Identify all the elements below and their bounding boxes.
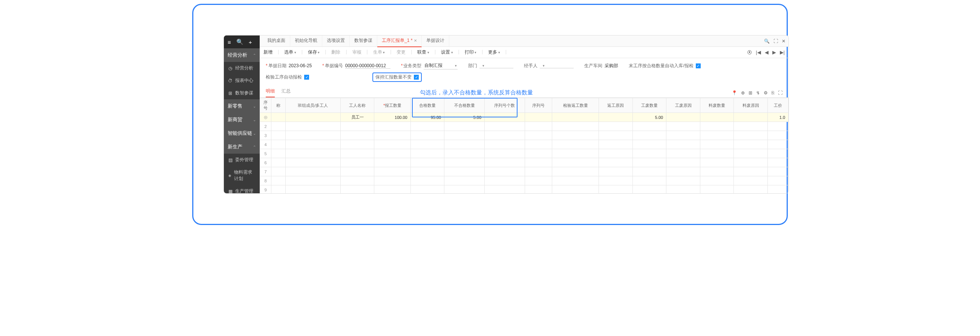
toolbar-btn-更多[interactable]: 更多 bbox=[488, 49, 500, 56]
toolbar-btn-新增[interactable]: 新增 bbox=[264, 49, 272, 56]
toolbar-btn-联查[interactable]: 联查 bbox=[417, 49, 429, 56]
field-doc-date[interactable]: 单据日期 2023-06-25 bbox=[266, 63, 312, 69]
cell[interactable] bbox=[525, 113, 552, 122]
menu-icon[interactable]: ≡ bbox=[228, 39, 231, 45]
col-header-10[interactable]: 返工原因 bbox=[599, 98, 633, 113]
refresh-icon[interactable]: ↯ bbox=[756, 90, 760, 96]
cell[interactable] bbox=[485, 113, 525, 122]
col-header-2[interactable]: 班组成员/多工人 bbox=[285, 98, 340, 113]
detail-table[interactable]: 序号称班组成员/多工人工人名称*报工数量合格数量不合格数量序列号个数序列号检验返… bbox=[260, 98, 789, 193]
select-handler[interactable] bbox=[540, 63, 574, 68]
field-biz-type[interactable]: 业务类型 自制汇报 bbox=[401, 62, 458, 69]
pin-icon[interactable]: 📍 bbox=[732, 90, 737, 96]
sidebar-item-经营分析[interactable]: ◷经营分析 bbox=[224, 62, 260, 74]
first-record-icon[interactable]: |◀ bbox=[756, 50, 760, 55]
next-record-icon[interactable]: ▶ bbox=[772, 50, 776, 55]
col-header-7[interactable]: 序列号个数 bbox=[485, 98, 525, 113]
field-auto-in[interactable]: 末工序按合格数量自动入库/报检 ✓ bbox=[629, 63, 700, 69]
cell[interactable] bbox=[599, 113, 633, 122]
cell[interactable] bbox=[734, 113, 768, 122]
sidebar-section-新商贸[interactable]: 新商贸⌄ bbox=[224, 113, 260, 126]
col-header-15[interactable]: 工价 bbox=[767, 98, 788, 113]
table-row-empty[interactable]: 2 bbox=[260, 122, 789, 131]
table-row-empty[interactable]: 9 bbox=[260, 186, 789, 194]
cell[interactable] bbox=[285, 113, 340, 122]
col-header-13[interactable]: 料废数量 bbox=[700, 98, 734, 113]
subtab-汇总[interactable]: 汇总 bbox=[282, 88, 291, 98]
tab-close-icon[interactable]: ✕ bbox=[782, 38, 786, 44]
col-header-6[interactable]: 不合格数量 bbox=[444, 98, 485, 113]
col-header-4[interactable]: *报工数量 bbox=[374, 98, 410, 113]
cell[interactable]: 100.00 bbox=[374, 113, 410, 122]
cell[interactable]: 1.0 bbox=[767, 113, 788, 122]
subtab-明细[interactable]: 明细 bbox=[266, 88, 275, 98]
grid-icon[interactable]: ⊞ bbox=[749, 90, 752, 96]
cell[interactable] bbox=[667, 113, 700, 122]
expand-icon[interactable]: ⛶ bbox=[778, 90, 783, 96]
tab-工序汇报单_1 *[interactable]: 工序汇报单_1 *✕ bbox=[377, 35, 422, 47]
field-workshop[interactable]: 生产车间 采购部 bbox=[584, 63, 618, 69]
col-header-11[interactable]: 工废数量 bbox=[633, 98, 667, 113]
field-handler[interactable]: 经手人 bbox=[524, 63, 574, 69]
col-header-1[interactable]: 称 bbox=[271, 98, 286, 113]
checkbox-keep-qty[interactable]: ✓ bbox=[414, 75, 419, 80]
table-row[interactable]: ◎员工一100.0095.005.005.001.0 bbox=[260, 113, 789, 122]
sidebar-item-报表中心[interactable]: ⏱报表中心 bbox=[224, 74, 260, 87]
field-doc-no[interactable]: 单据编号 00000-000000-0012 bbox=[322, 63, 390, 69]
add-icon[interactable]: + bbox=[249, 39, 252, 45]
tab-单据设计[interactable]: 单据设计 bbox=[422, 35, 449, 47]
toolbar-btn-选单[interactable]: 选单 bbox=[284, 49, 296, 56]
cell[interactable]: 员工一 bbox=[340, 113, 374, 122]
prev-record-icon[interactable]: ◀ bbox=[765, 50, 768, 55]
add-row-icon[interactable]: ⊕ bbox=[741, 90, 745, 96]
toolbar-btn-打印[interactable]: 打印 bbox=[465, 49, 477, 56]
search-icon[interactable]: 🔍 bbox=[236, 38, 243, 45]
cell[interactable] bbox=[700, 113, 734, 122]
col-header-5[interactable]: 合格数量 bbox=[410, 98, 444, 113]
tab-我的桌面[interactable]: 我的桌面 bbox=[263, 35, 290, 47]
last-record-icon[interactable]: ▶| bbox=[780, 50, 785, 55]
sidebar-section-智能供应链[interactable]: 智能供应链⌄ bbox=[224, 126, 260, 140]
table-row-empty[interactable]: 4 bbox=[260, 140, 789, 149]
col-header-14[interactable]: 料废原因 bbox=[734, 98, 768, 113]
row-action-icon[interactable]: ◎ bbox=[264, 115, 267, 119]
tab-选项设置[interactable]: 选项设置 bbox=[322, 35, 350, 47]
col-header-0[interactable]: 序号 bbox=[260, 98, 271, 113]
table-row-empty[interactable]: 3 bbox=[260, 131, 789, 140]
cell[interactable]: 5.00 bbox=[444, 113, 485, 122]
field-keep-qty[interactable]: 保持汇报数量不变 ✓ bbox=[372, 72, 422, 82]
select-biz-type[interactable]: 自制汇报 bbox=[424, 62, 458, 69]
cell[interactable]: 95.00 bbox=[410, 113, 444, 122]
locate-icon[interactable]: ⦿ bbox=[747, 50, 752, 55]
settings-icon[interactable]: ⚙ bbox=[764, 90, 768, 96]
col-header-3[interactable]: 工人名称 bbox=[340, 98, 374, 113]
col-header-12[interactable]: 工废原因 bbox=[667, 98, 700, 113]
col-header-8[interactable]: 序列号 bbox=[525, 98, 552, 113]
toolbar-btn-设置[interactable]: 设置 bbox=[441, 49, 453, 56]
field-dept[interactable]: 部门 bbox=[468, 63, 513, 69]
sidebar-section-新生产[interactable]: 新生产⌃ bbox=[224, 140, 260, 154]
table-row-empty[interactable]: 8 bbox=[260, 176, 789, 186]
col-header-9[interactable]: 检验返工数量 bbox=[552, 98, 599, 113]
toolbar-btn-保存[interactable]: 保存 bbox=[308, 49, 320, 56]
tab-close-x[interactable]: ✕ bbox=[414, 38, 417, 43]
cell[interactable] bbox=[552, 113, 599, 122]
cell[interactable] bbox=[271, 113, 286, 122]
select-dept[interactable] bbox=[479, 63, 513, 68]
tab-数智参谋[interactable]: 数智参谋 bbox=[350, 35, 377, 47]
cell[interactable]: 5.00 bbox=[633, 113, 667, 122]
tab-fullscreen-icon[interactable]: ⛶ bbox=[773, 38, 778, 44]
sidebar-section-经营分析[interactable]: 经营分析⌃ bbox=[224, 48, 260, 62]
sidebar-item-物料需求计划[interactable]: ⎈物料需求计划 bbox=[224, 166, 260, 185]
sidebar-item-数智参谋[interactable]: ⊞数智参谋 bbox=[224, 87, 260, 99]
copy-icon[interactable]: ⎘ bbox=[772, 90, 774, 96]
sidebar-item-生产管理[interactable]: ▦生产管理 bbox=[224, 185, 260, 194]
field-auto-inspect[interactable]: 检验工序自动报检 ✓ bbox=[266, 74, 309, 80]
table-row-empty[interactable]: 6 bbox=[260, 158, 789, 167]
table-row-empty[interactable]: 5 bbox=[260, 149, 789, 158]
checkbox-auto-inspect[interactable]: ✓ bbox=[304, 75, 309, 80]
checkbox-auto-in[interactable]: ✓ bbox=[696, 63, 701, 68]
table-row-empty[interactable]: 7 bbox=[260, 167, 789, 176]
sidebar-section-新零售[interactable]: 新零售⌄ bbox=[224, 99, 260, 113]
sidebar-item-委外管理[interactable]: ▤委外管理 bbox=[224, 154, 260, 166]
